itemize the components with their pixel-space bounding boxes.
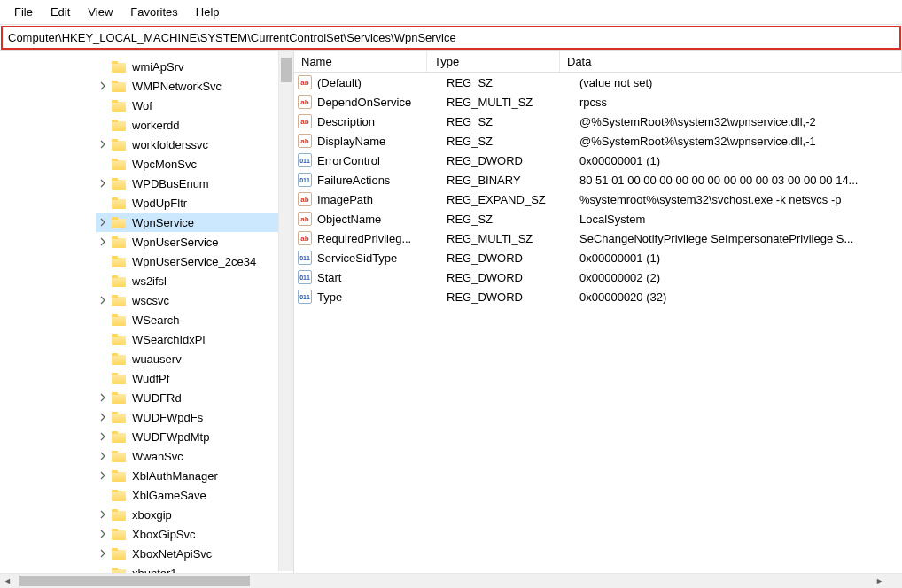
tree-item[interactable]: workerdd bbox=[96, 115, 293, 135]
tree-item[interactable]: ws2ifsl bbox=[96, 271, 293, 290]
string-value-icon: ab bbox=[298, 231, 312, 245]
binary-value-icon: 011 bbox=[298, 173, 312, 187]
value-data: 0x00000001 (1) bbox=[579, 154, 902, 167]
value-row[interactable]: ab(Default)REG_SZ(value not set) bbox=[294, 73, 902, 92]
tree-vertical-scrollbar[interactable] bbox=[278, 51, 293, 571]
tree-item[interactable]: Wof bbox=[96, 96, 293, 115]
tree-item[interactable]: XboxNetApiSvc bbox=[96, 544, 293, 563]
tree-horizontal-scrollbar[interactable]: ◄ ► bbox=[0, 573, 902, 588]
tree-item[interactable]: XboxGipSvc bbox=[96, 524, 293, 544]
column-header-name[interactable]: Name bbox=[294, 51, 427, 72]
tree-item[interactable]: WUDFRd bbox=[96, 388, 293, 407]
values-body: ab(Default)REG_SZ(value not set)abDepend… bbox=[294, 73, 902, 306]
value-row[interactable]: 011ErrorControlREG_DWORD0x00000001 (1) bbox=[294, 151, 902, 170]
chevron-right-icon[interactable] bbox=[96, 468, 110, 483]
tree-item-label: WMPNetworkSvc bbox=[129, 79, 224, 94]
tree-item[interactable]: XblAuthManager bbox=[96, 466, 293, 485]
value-row[interactable]: 011ServiceSidTypeREG_DWORD0x00000001 (1) bbox=[294, 248, 902, 267]
tree-item-label: wmiApSrv bbox=[129, 59, 187, 74]
chevron-right-icon[interactable] bbox=[96, 546, 110, 561]
menubar: File Edit View Favorites Help bbox=[0, 0, 902, 25]
chevron-right-icon[interactable] bbox=[96, 293, 110, 307]
tree-item[interactable]: workfolderssvc bbox=[96, 135, 293, 154]
chevron-right-icon[interactable] bbox=[96, 137, 110, 151]
tree-item[interactable]: WPDBusEnum bbox=[96, 174, 293, 193]
tree-item-label: XblAuthManager bbox=[129, 468, 221, 484]
tree-item[interactable]: wuauserv bbox=[96, 349, 293, 368]
tree-item[interactable]: WudfPf bbox=[96, 368, 293, 388]
tree-item[interactable]: WSearch bbox=[96, 310, 293, 329]
tree-item[interactable]: WpnUserService_2ce34 bbox=[96, 251, 293, 271]
value-row[interactable]: abDescriptionREG_SZ@%SystemRoot%\system3… bbox=[294, 112, 902, 131]
chevron-right-icon[interactable] bbox=[96, 215, 110, 229]
value-type: REG_DWORD bbox=[447, 154, 579, 167]
tree-item[interactable]: wmiApSrv bbox=[96, 57, 293, 76]
value-name: ErrorControl bbox=[317, 154, 447, 167]
scroll-right-button[interactable]: ► bbox=[872, 574, 887, 588]
value-row[interactable]: abImagePathREG_EXPAND_SZ%systemroot%\sys… bbox=[294, 190, 902, 209]
value-row[interactable]: 011TypeREG_DWORD0x00000020 (32) bbox=[294, 287, 902, 306]
value-row[interactable]: 011FailureActionsREG_BINARY80 51 01 00 0… bbox=[294, 170, 902, 190]
value-data: @%SystemRoot%\system32\wpnservice.dll,-1 bbox=[579, 135, 902, 148]
folder-icon bbox=[112, 139, 126, 151]
tree-item-label: WSearchIdxPi bbox=[129, 332, 207, 347]
tree-panel: wmiApSrvWMPNetworkSvcWofworkerddworkfold… bbox=[0, 51, 294, 586]
value-row[interactable]: abRequiredPrivileg...REG_MULTI_SZSeChang… bbox=[294, 228, 902, 248]
values-header: Name Type Data bbox=[294, 51, 902, 73]
folder-icon bbox=[112, 373, 126, 384]
tree-item[interactable]: wscsvc bbox=[96, 290, 293, 310]
chevron-right-icon[interactable] bbox=[96, 410, 110, 424]
tree-item[interactable]: WpnUserService bbox=[96, 232, 293, 251]
value-data: rpcss bbox=[579, 96, 902, 109]
chevron-right-icon[interactable] bbox=[96, 429, 110, 444]
value-name: FailureActions bbox=[317, 174, 447, 187]
value-name: DisplayName bbox=[317, 135, 447, 148]
chevron-right-icon[interactable] bbox=[96, 235, 110, 249]
binary-value-icon: 011 bbox=[298, 251, 312, 265]
tree-item[interactable]: WpnService bbox=[96, 213, 293, 232]
folder-icon bbox=[112, 353, 126, 365]
tree-item[interactable]: WpcMonSvc bbox=[96, 154, 293, 174]
folder-icon bbox=[112, 451, 126, 462]
chevron-right-icon[interactable] bbox=[96, 527, 110, 541]
tree-item-label: WpnUserService bbox=[129, 235, 222, 250]
scrollbar-thumb[interactable] bbox=[19, 576, 250, 586]
value-row[interactable]: abDependOnServiceREG_MULTI_SZrpcss bbox=[294, 92, 902, 112]
tree-item-label: Wof bbox=[129, 98, 155, 113]
folder-icon bbox=[112, 392, 126, 404]
menu-favorites[interactable]: Favorites bbox=[121, 3, 186, 21]
menu-file[interactable]: File bbox=[5, 3, 42, 21]
folder-icon bbox=[112, 61, 126, 73]
tree-item[interactable]: WSearchIdxPi bbox=[96, 329, 293, 349]
scrollbar-thumb[interactable] bbox=[281, 58, 292, 82]
tree-item[interactable]: WwanSvc bbox=[96, 446, 293, 466]
chevron-right-icon[interactable] bbox=[96, 176, 110, 190]
folder-icon bbox=[112, 431, 126, 443]
folder-icon bbox=[112, 295, 126, 306]
chevron-right-icon[interactable] bbox=[96, 507, 110, 522]
tree-item[interactable]: WUDFWpdFs bbox=[96, 407, 293, 427]
tree-item[interactable]: xboxgip bbox=[96, 505, 293, 524]
tree-item[interactable]: WpdUpFltr bbox=[96, 193, 293, 213]
value-row[interactable]: 011StartREG_DWORD0x00000002 (2) bbox=[294, 267, 902, 287]
chevron-right-icon[interactable] bbox=[96, 449, 110, 463]
tree-item-label: WPDBusEnum bbox=[129, 176, 212, 191]
menu-view[interactable]: View bbox=[79, 3, 121, 21]
tree-item[interactable]: WUDFWpdMtp bbox=[96, 427, 293, 446]
chevron-right-icon[interactable] bbox=[96, 79, 110, 93]
tree-item[interactable]: WMPNetworkSvc bbox=[96, 76, 293, 96]
column-header-data[interactable]: Data bbox=[560, 51, 902, 72]
folder-icon bbox=[112, 548, 126, 560]
tree-item[interactable]: XblGameSave bbox=[96, 485, 293, 505]
value-row[interactable]: abObjectNameREG_SZLocalSystem bbox=[294, 209, 902, 228]
chevron-right-icon[interactable] bbox=[96, 391, 110, 405]
tree-item-label: WUDFWpdFs bbox=[129, 410, 206, 425]
value-data: 0x00000020 (32) bbox=[579, 290, 902, 304]
address-bar[interactable]: Computer\HKEY_LOCAL_MACHINE\SYSTEM\Curre… bbox=[1, 26, 901, 50]
value-row[interactable]: abDisplayNameREG_SZ@%SystemRoot%\system3… bbox=[294, 131, 902, 151]
column-header-type[interactable]: Type bbox=[427, 51, 560, 72]
scroll-left-button[interactable]: ◄ bbox=[0, 574, 15, 588]
menu-edit[interactable]: Edit bbox=[42, 3, 79, 21]
value-data: SeChangeNotifyPrivilege SeImpersonatePri… bbox=[579, 232, 902, 245]
menu-help[interactable]: Help bbox=[187, 3, 229, 21]
